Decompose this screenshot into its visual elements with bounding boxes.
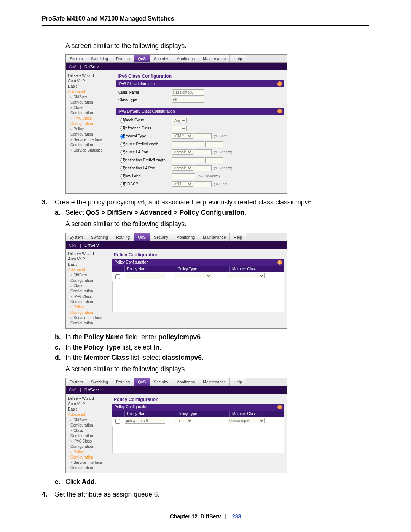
tab-help[interactable]: Help: [230, 233, 246, 241]
nav-item[interactable]: » IPv6 Class: [68, 294, 111, 299]
input-src-prefix[interactable]: [172, 141, 204, 147]
nav-advanced[interactable]: Advanced: [68, 267, 111, 273]
tab-monitoring[interactable]: Monitoring: [172, 233, 199, 241]
tab-qos[interactable]: QoS: [134, 378, 150, 386]
tab-system[interactable]: System: [66, 233, 87, 241]
nav-auto-voip[interactable]: Auto VoIP: [68, 78, 115, 83]
tab-switching[interactable]: Switching: [87, 55, 112, 62]
input-policy-name[interactable]: [125, 273, 165, 279]
nav-basic[interactable]: Basic: [68, 83, 115, 89]
subtab-cos[interactable]: CoS: [69, 243, 76, 248]
tab-qos[interactable]: QoS: [134, 233, 150, 241]
subtab-cos[interactable]: CoS: [69, 64, 76, 69]
help-icon[interactable]: ?: [277, 81, 282, 86]
nav-diffserv[interactable]: » DiffServ: [68, 94, 115, 99]
help-icon[interactable]: ?: [277, 260, 282, 265]
input-flow-label[interactable]: [172, 173, 195, 179]
subtab-diffserv[interactable]: DiffServ: [84, 243, 99, 248]
nav-advanced[interactable]: Advanced: [68, 89, 115, 94]
nav-class[interactable]: » Class: [68, 105, 115, 110]
table-header: Policy Name Policy Type Member Class: [112, 411, 284, 417]
tab-routing[interactable]: Routing: [112, 233, 134, 241]
tab-security[interactable]: Security: [150, 378, 172, 386]
select-member-class[interactable]: [227, 273, 265, 278]
nav-item[interactable]: » IPv6 Class: [68, 439, 111, 444]
select-ref-class[interactable]: [172, 126, 187, 131]
tab-system[interactable]: System: [66, 378, 87, 386]
select-policy-type[interactable]: In: [174, 418, 193, 423]
tab-switching[interactable]: Switching: [87, 378, 112, 386]
nav-advanced[interactable]: Advanced: [68, 412, 111, 417]
subtab-cos[interactable]: CoS: [69, 388, 76, 392]
tab-help[interactable]: Help: [230, 55, 246, 62]
select-proto-type[interactable]: ICMP: [172, 133, 193, 139]
input-proto-num[interactable]: [194, 133, 212, 139]
input-dst-len[interactable]: [206, 157, 223, 163]
select-policy-type[interactable]: [174, 273, 212, 278]
subtab-diffserv[interactable]: DiffServ: [84, 64, 99, 69]
nav-diffserv-wizard[interactable]: Diffserv Wizard: [68, 73, 115, 78]
input-src-len[interactable]: [206, 141, 223, 147]
nav-item[interactable]: » DiffServ: [68, 273, 111, 278]
nav-ipv6-class[interactable]: » IPv6 Class: [68, 115, 115, 121]
tab-monitoring[interactable]: Monitoring: [172, 378, 199, 386]
nav-item[interactable]: » Class: [68, 283, 111, 289]
nav-item[interactable]: » Class: [68, 428, 111, 433]
label-class-type: Class Type: [118, 97, 172, 102]
table-row[interactable]: [112, 272, 284, 281]
nav-item[interactable]: Auto VoIP: [68, 401, 111, 407]
page-footer: Chapter 12. DiffServ | 233: [42, 513, 369, 519]
table-row[interactable]: In classicmpv6: [112, 417, 284, 426]
subtab-bar: CoS | DiffServ: [66, 241, 287, 249]
nav-policy[interactable]: » Policy: [68, 126, 115, 131]
screenshot-3: System Switching Routing QoS Security Mo…: [65, 378, 287, 473]
nav-item: Configuration: [68, 299, 111, 305]
tab-qos[interactable]: QoS: [134, 55, 150, 62]
tab-maintenance[interactable]: Maintenance: [199, 378, 230, 386]
nav-item[interactable]: » DiffServ: [68, 417, 111, 423]
nav-item[interactable]: » Service Interface: [68, 460, 111, 465]
hint-flow: (0 to 1048575): [198, 174, 220, 178]
tab-security[interactable]: Security: [150, 55, 172, 62]
select-dst-l4[interactable]: domain: [172, 165, 193, 171]
input-src-l4[interactable]: [194, 149, 212, 155]
input-dst-l4[interactable]: [194, 165, 212, 171]
tab-security[interactable]: Security: [150, 233, 172, 241]
tab-monitoring[interactable]: Monitoring: [172, 55, 199, 62]
nav-policy[interactable]: » Policy: [68, 449, 111, 455]
select-src-l4[interactable]: domain: [172, 149, 193, 155]
tab-bar: System Switching Routing QoS Security Mo…: [66, 378, 287, 386]
label-flow-label: Flow Label: [123, 174, 172, 178]
input-ip-dscp[interactable]: [194, 181, 212, 187]
nav-item[interactable]: Diffserv Wizard: [68, 251, 111, 257]
nav-item: Configuration: [68, 278, 111, 283]
nav-item[interactable]: Basic: [68, 407, 111, 412]
select-member-class[interactable]: classicmpv6: [227, 418, 265, 423]
input-dst-prefix[interactable]: [172, 157, 204, 163]
select-ip-dscp[interactable]: af11: [172, 181, 193, 187]
input-policy-name[interactable]: [125, 418, 165, 424]
tab-routing[interactable]: Routing: [112, 378, 134, 386]
tab-maintenance[interactable]: Maintenance: [199, 233, 230, 241]
tab-help[interactable]: Help: [230, 378, 246, 386]
step-3d-text: In the Member Class list, select classic…: [65, 354, 369, 362]
nav-policy[interactable]: » Policy: [68, 305, 111, 310]
help-icon[interactable]: ?: [277, 405, 282, 409]
nav-item[interactable]: Basic: [68, 262, 111, 267]
tab-switching[interactable]: Switching: [87, 233, 112, 241]
nav-item[interactable]: » Service Interface: [68, 315, 111, 321]
nav-svc-if[interactable]: » Service Interface: [68, 137, 115, 142]
nav-item[interactable]: Auto VoIP: [68, 257, 111, 262]
select-match-every[interactable]: Any: [172, 118, 187, 123]
row-checkbox[interactable]: [115, 274, 120, 279]
nav-diffserv-config: Configuration: [68, 99, 115, 105]
help-icon[interactable]: ?: [277, 109, 282, 113]
tab-maintenance[interactable]: Maintenance: [199, 55, 230, 62]
tab-system[interactable]: System: [66, 55, 87, 62]
subtab-diffserv[interactable]: DiffServ: [84, 388, 99, 392]
nav-svc-stats[interactable]: » Service Statistics: [68, 147, 115, 153]
tab-routing[interactable]: Routing: [112, 55, 134, 62]
step-3b-text: In the Policy Name field, enter policyic…: [65, 333, 369, 341]
nav-item[interactable]: Diffserv Wizard: [68, 396, 111, 401]
row-checkbox[interactable]: [115, 419, 120, 424]
